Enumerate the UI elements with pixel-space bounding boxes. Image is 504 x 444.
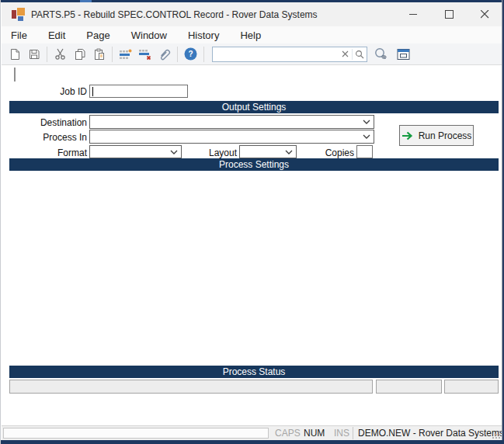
menu-help[interactable]: Help (232, 28, 269, 43)
ins-indicator: INS (334, 428, 349, 439)
job-id-label: Job ID (23, 85, 87, 98)
process-in-select[interactable] (89, 130, 374, 144)
save-icon[interactable] (24, 45, 43, 64)
menubar: File Edit Page Window History Help (2, 26, 502, 43)
layout-label: Layout (198, 147, 237, 159)
clear-search-icon[interactable] (338, 47, 352, 61)
menu-file[interactable]: File (3, 28, 35, 43)
process-status-header: Process Status (9, 366, 499, 378)
process-status-field-3 (444, 380, 499, 394)
copy-icon[interactable] (70, 45, 89, 64)
find-record-icon[interactable] (371, 45, 391, 64)
layout-select[interactable] (239, 145, 297, 158)
search-box (212, 47, 367, 62)
output-settings-header: Output Settings (9, 101, 499, 113)
form-area: Job ID Output Settings Destination Proce… (2, 65, 502, 425)
run-process-label: Run Process (419, 130, 472, 141)
process-in-label: Process In (17, 131, 87, 144)
search-input[interactable] (213, 48, 338, 61)
chevron-down-icon (169, 147, 179, 157)
svg-text:?: ? (188, 50, 193, 58)
paste-icon[interactable] (89, 45, 109, 64)
window-top-border (1, 0, 504, 2)
process-status-field-main (9, 380, 373, 394)
toolbar-separator (112, 47, 113, 62)
menu-page[interactable]: Page (78, 28, 117, 43)
app-logo-icon (12, 8, 25, 21)
statusbar: CAPS NUM INS DEMO.NEW - Rover Data Syste… (2, 425, 502, 440)
window-top-border-accent (80, 0, 92, 2)
help-icon[interactable]: ? (181, 45, 200, 64)
statusbar-separator (353, 427, 353, 439)
chevron-down-icon (362, 132, 371, 141)
search-icon[interactable] (353, 47, 367, 61)
toolbar-separator (177, 47, 178, 62)
window-title: PARTS.P5 - Rebuild SPEC.CONTROL Record -… (31, 9, 318, 20)
num-indicator: NUM (304, 428, 325, 439)
new-document-icon[interactable] (5, 45, 24, 64)
text-caret (14, 68, 16, 82)
layout-icon[interactable] (394, 45, 413, 64)
toolbar-separator (203, 47, 204, 62)
menu-history[interactable]: History (180, 28, 227, 43)
titlebar: PARTS.P5 - Rebuild SPEC.CONTROL Record -… (2, 2, 502, 26)
close-icon[interactable] (467, 2, 502, 26)
app-window: PARTS.P5 - Rebuild SPEC.CONTROL Record -… (0, 0, 504, 444)
menu-window[interactable]: Window (123, 28, 175, 43)
run-process-button[interactable]: Run Process (399, 125, 474, 146)
job-id-input[interactable] (89, 85, 188, 98)
copies-input[interactable] (356, 145, 373, 158)
copies-label: Copies (315, 147, 354, 159)
run-arrow-icon (401, 131, 413, 140)
chevron-down-icon (362, 117, 371, 127)
process-status-field-2 (376, 380, 442, 394)
delete-rows-icon[interactable] (135, 45, 155, 64)
connection-status: DEMO.NEW - Rover Data Systems (358, 428, 504, 439)
toolbar: ? (2, 43, 502, 65)
format-label: Format (33, 147, 87, 159)
toolbar-separator (47, 47, 47, 62)
caps-indicator: CAPS (275, 428, 301, 439)
chevron-down-icon (284, 147, 294, 157)
maximize-icon[interactable] (431, 2, 467, 26)
attach-icon[interactable] (155, 45, 174, 64)
resize-grip-icon[interactable] (492, 431, 500, 439)
window-controls (395, 2, 502, 26)
insert-rows-icon[interactable] (116, 45, 135, 64)
minimize-icon[interactable] (395, 2, 431, 26)
menu-edit[interactable]: Edit (40, 28, 73, 43)
destination-select[interactable] (89, 115, 374, 129)
format-select[interactable] (89, 145, 182, 158)
destination-label: Destination (17, 116, 87, 129)
cut-icon[interactable] (50, 45, 70, 64)
job-id-caret (92, 87, 93, 96)
statusbar-message-panel (3, 428, 269, 439)
window-bottom-border (1, 440, 504, 444)
process-settings-header: Process Settings (9, 158, 499, 171)
